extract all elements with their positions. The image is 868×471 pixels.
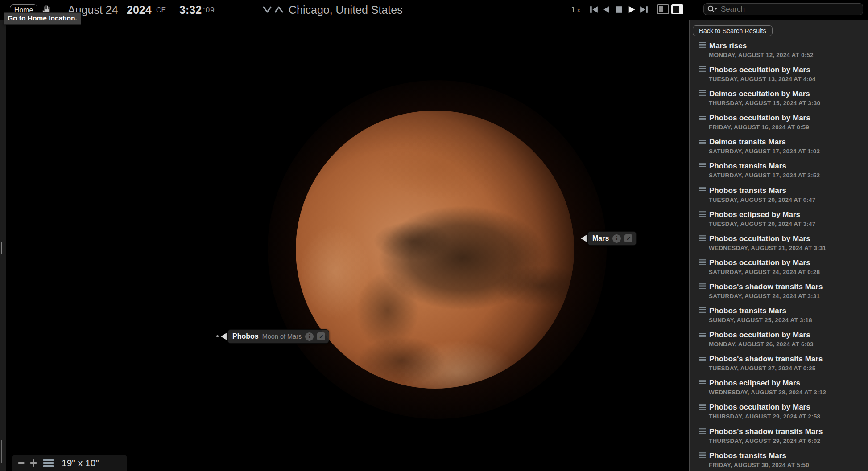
event-menu-icon[interactable] [699,42,706,50]
event-menu-icon[interactable] [699,283,706,291]
event-list-item[interactable]: Phobos occultation by Mars SATURDAY, AUG… [690,258,868,283]
fov-value[interactable]: 19" x 10" [62,458,99,468]
zoom-in-button[interactable] [30,459,37,467]
stop-button[interactable] [614,4,624,15]
event-list-item[interactable]: Phobos's shadow transits Mars TUESDAY, A… [690,355,868,379]
event-menu-icon[interactable] [699,66,706,74]
back-to-search-results-button[interactable]: Back to Search Results [693,25,773,36]
event-list-item[interactable]: Phobos occultation by Mars FRIDAY, AUGUS… [690,114,868,138]
phobos-label[interactable]: Phobos Moon of Mars i ✓ [221,329,329,344]
label-pointer-left-icon [221,333,227,340]
event-list-item[interactable]: Phobos occultation by Mars THURSDAY, AUG… [690,403,868,427]
fov-menu-icon[interactable] [43,459,54,467]
skip-to-start-button[interactable] [589,4,599,15]
rate-unit: x [577,7,580,13]
event-list-item[interactable]: Phobos's shadow transits Mars SATURDAY, … [690,283,868,307]
events-sidebar: Back to Search Results Mars rises MONDAY… [689,20,868,471]
fov-control-bar: 19" x 10" [12,455,127,471]
event-date: TUESDAY, AUGUST 20, 2024 AT 3:47 [690,221,868,228]
event-menu-icon[interactable] [699,114,706,123]
drawer-grip-handle[interactable] [1,242,4,254]
event-menu-icon[interactable] [699,162,706,171]
event-list-item[interactable]: Phobos occultation by Mars MONDAY, AUGUS… [690,331,868,355]
right-panel-toggle-icon[interactable] [671,4,683,14]
step-back-button[interactable] [601,4,612,15]
event-list-item[interactable]: Phobos occultation by Mars TUESDAY, AUGU… [690,66,868,90]
event-title: Mars rises [709,41,747,50]
date-era[interactable]: CE [156,6,166,14]
event-list-item[interactable]: Phobos eclipsed by Mars TUESDAY, AUGUST … [690,210,868,234]
info-icon[interactable]: i [305,332,314,341]
left-drawer-strip[interactable] [0,20,6,471]
mars-label-title: Mars [592,234,609,242]
event-menu-icon[interactable] [699,331,706,340]
event-date: THURSDAY, AUGUST 29, 2024 AT 6:02 [690,438,868,445]
event-menu-icon[interactable] [699,403,706,412]
zoom-out-button[interactable] [18,462,25,464]
search-options-menu-icon[interactable] [688,6,700,14]
event-list-item[interactable]: Phobos's shadow transits Mars THURSDAY, … [690,427,868,451]
event-date: SATURDAY, AUGUST 17, 2024 AT 3:52 [690,172,868,179]
home-tooltip: Go to Home location. [4,12,81,25]
event-title: Phobos occultation by Mars [709,234,810,243]
event-list-item[interactable]: Phobos transits Mars SATURDAY, AUGUST 17… [690,162,868,186]
event-list-item[interactable]: Phobos transits Mars TUESDAY, AUGUST 20,… [690,186,868,210]
left-panel-toggle-icon[interactable] [657,4,669,14]
time-seconds[interactable]: :09 [203,6,215,15]
label-pointer-left-icon [581,235,587,242]
phobos-object[interactable] [216,335,219,337]
mars-planet[interactable] [296,111,574,389]
planetarium-app: Mars i ✓ Phobos Moon of Mars i ✓ Home Au… [0,0,868,471]
event-title: Phobos transits Mars [709,162,786,171]
event-title: Phobos's shadow transits Mars [709,427,823,436]
rate-value: 1 [571,5,575,15]
event-list-item[interactable]: Deimos occultation by Mars THURSDAY, AUG… [690,90,868,114]
drawer-scroll-handle[interactable] [1,440,4,463]
event-date: THURSDAY, AUGUST 29, 2024 AT 2:58 [690,413,868,420]
event-list-item[interactable]: Phobos transits Mars FRIDAY, AUGUST 30, … [690,451,868,471]
mars-label[interactable]: Mars i ✓ [581,231,637,246]
time-flow-rate[interactable]: 1 x [571,5,580,15]
event-title: Deimos occultation by Mars [709,90,810,98]
search-input[interactable] [703,3,863,15]
event-menu-icon[interactable] [699,90,706,98]
event-title: Phobos occultation by Mars [709,403,810,412]
event-date: TUESDAY, AUGUST 13, 2024 AT 4:04 [690,76,868,83]
time-transport-controls [589,4,649,15]
event-menu-icon[interactable] [699,451,706,460]
event-menu-icon[interactable] [699,138,706,147]
event-list-item[interactable]: Phobos eclipsed by Mars WEDNESDAY, AUGUS… [690,379,868,403]
selection-checkbox[interactable]: ✓ [317,332,325,340]
event-menu-icon[interactable] [699,210,706,219]
selection-checkbox[interactable]: ✓ [624,234,632,242]
event-menu-icon[interactable] [699,258,706,267]
time-seconds-value: 09 [206,6,215,15]
event-date: MONDAY, AUGUST 12, 2024 AT 0:52 [690,52,868,59]
chevron-down-icon[interactable] [262,6,272,13]
event-menu-icon[interactable] [699,379,706,388]
event-list: Mars rises MONDAY, AUGUST 12, 2024 AT 0:… [690,41,868,471]
event-list-item[interactable]: Phobos occultation by Mars WEDNESDAY, AU… [690,234,868,258]
time-hours-minutes[interactable]: 3:32 [179,4,202,16]
event-title: Phobos eclipsed by Mars [709,379,800,388]
info-icon[interactable]: i [612,234,621,243]
date-year[interactable]: 2024 [127,4,152,16]
location-display[interactable]: Chicago, United States [289,4,403,16]
panel-toggles [657,4,683,14]
chevron-up-icon[interactable] [274,6,284,13]
event-menu-icon[interactable] [699,307,706,315]
event-menu-icon[interactable] [699,427,706,436]
event-menu-icon[interactable] [699,186,706,195]
event-list-item[interactable]: Deimos transits Mars SATURDAY, AUGUST 17… [690,138,868,162]
event-menu-icon[interactable] [699,234,706,243]
event-list-item[interactable]: Mars rises MONDAY, AUGUST 12, 2024 AT 0:… [690,41,868,66]
play-button[interactable] [626,4,637,15]
event-list-item[interactable]: Phobos transits Mars SUNDAY, AUGUST 25, … [690,307,868,331]
event-date: FRIDAY, AUGUST 16, 2024 AT 0:59 [690,124,868,131]
event-date: SATURDAY, AUGUST 17, 2024 AT 1:03 [690,148,868,155]
skip-to-end-button[interactable] [639,4,649,15]
time-flow-menu-icon[interactable] [549,6,560,14]
event-date: TUESDAY, AUGUST 27, 2024 AT 0:25 [690,365,868,372]
location-options-menu-icon[interactable] [248,6,260,14]
event-menu-icon[interactable] [699,355,706,364]
